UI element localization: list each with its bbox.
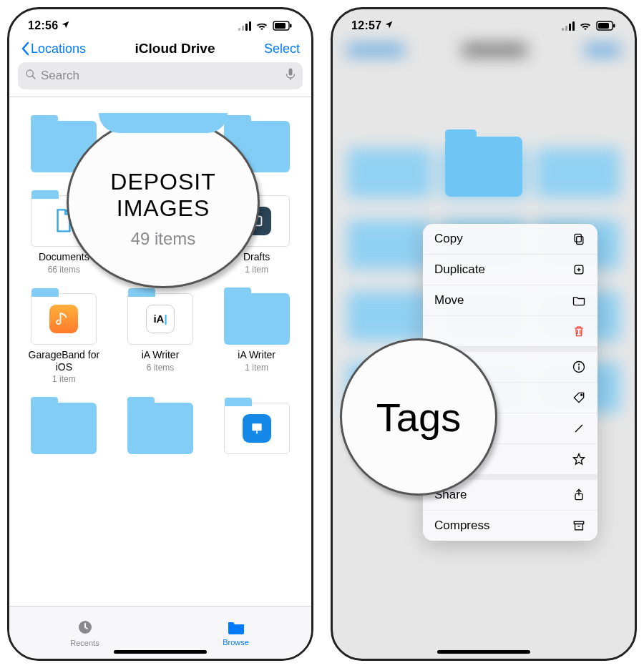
ia-writer-app-icon: iA| [146,305,175,333]
location-arrow-icon [384,19,394,32]
svg-rect-10 [252,424,261,431]
folder-item-ia-writer[interactable]: iA| iA Writer 6 items [116,293,205,385]
tag-icon [572,391,586,405]
menu-label: Copy [434,232,463,246]
folder-icon: iA| [127,293,193,345]
menu-item-compress[interactable]: Compress [423,511,597,541]
folder-name: iA Writer [212,349,301,361]
garageband-app-icon [49,305,78,333]
svg-rect-29 [575,524,583,530]
folder-name: GarageBand for iOS [19,349,109,373]
menu-item-move[interactable]: Move [423,285,597,316]
folder-icon [31,403,97,454]
folder-name: iA Writer [116,349,205,361]
tab-label: Recents [70,639,99,647]
menu-item-delete[interactable] [423,316,597,347]
svg-rect-5 [289,68,293,75]
menu-item-duplicate[interactable]: Duplicate [423,255,597,285]
left-phone-frame: 12:56 Locations iCloud Drive Select Sear… [7,7,313,661]
search-input[interactable]: Search [18,62,303,89]
folder-item[interactable] [19,403,109,458]
star-icon [572,452,586,466]
folder-icon [31,293,97,345]
pencil-icon [572,421,586,436]
home-indicator[interactable] [114,650,207,654]
menu-label: Move [434,293,464,308]
location-arrow-icon [61,19,70,32]
callout-bubble-deposit-images: DEPOSITIMAGES 49 items [67,117,260,288]
share-icon [572,488,586,502]
keynote-app-icon [243,414,271,443]
info-icon [572,360,586,374]
folder-item-keynote[interactable] [212,403,301,458]
right-phone-frame: 12:57 Copy [331,7,637,661]
status-right [562,21,616,31]
search-icon [25,69,36,84]
folder-item-garageband[interactable]: GarageBand for iOS 1 item [19,293,109,385]
battery-icon [596,21,616,31]
folder-item-count: 1 item [19,374,109,384]
navigation-bar: Locations iCloud Drive Select [9,38,311,62]
cellular-bars-icon [562,21,575,31]
chevron-left-icon [21,41,29,56]
folder-item-count: 66 items [19,265,109,275]
focused-folder-preview[interactable] [445,137,522,197]
svg-line-4 [32,76,35,79]
folder-item-count: 1 item [212,363,301,373]
callout-title: Tags [376,394,461,441]
svg-rect-15 [613,24,615,28]
folder-icon [227,619,245,637]
folder-icon [224,293,290,345]
status-left: 12:57 [351,19,394,32]
home-indicator[interactable] [437,650,530,654]
page-title: iCloud Drive [135,41,215,57]
callout-title: DEPOSITIMAGES [110,169,215,222]
battery-icon [273,21,293,31]
back-label: Locations [31,41,86,57]
status-right [238,21,293,31]
divider [9,97,311,97]
menu-label: Duplicate [434,262,485,277]
select-button[interactable]: Select [264,41,300,57]
duplicate-icon [572,262,586,277]
microphone-icon[interactable] [286,68,296,84]
search-placeholder: Search [41,69,79,83]
wifi-icon [255,21,268,31]
svg-rect-2 [290,24,292,28]
folder-item-count: 6 items [116,363,205,373]
cellular-bars-icon [238,21,251,31]
folder-icon [224,403,290,454]
callout-bubble-tags: Tags [340,338,497,496]
folder-item[interactable] [116,403,205,458]
status-bar: 12:57 [333,9,635,38]
archive-icon [572,519,586,533]
svg-rect-14 [598,23,609,29]
folder-tab-graphic [99,113,228,133]
svg-point-23 [579,364,580,365]
status-bar: 12:56 [9,9,311,38]
callout-subtitle: 49 items [131,229,196,249]
back-button[interactable]: Locations [21,41,86,57]
clock-icon [77,619,94,637]
copy-icon [572,232,586,246]
status-time: 12:57 [351,19,381,32]
menu-label: Compress [434,519,489,533]
folder-icon [127,403,193,454]
menu-item-copy[interactable]: Copy [423,224,597,255]
folder-icon [572,293,586,308]
folder-item-ia-writer-2[interactable]: iA Writer 1 item [212,293,301,385]
status-left: 12:56 [28,19,70,32]
svg-line-25 [575,425,582,432]
tab-label: Browse [223,638,249,647]
trash-icon [572,324,586,338]
wifi-icon [579,21,592,31]
svg-rect-1 [275,23,286,29]
svg-point-24 [581,394,582,396]
svg-rect-16 [577,237,583,245]
status-time: 12:56 [28,19,58,32]
svg-rect-17 [575,234,581,242]
